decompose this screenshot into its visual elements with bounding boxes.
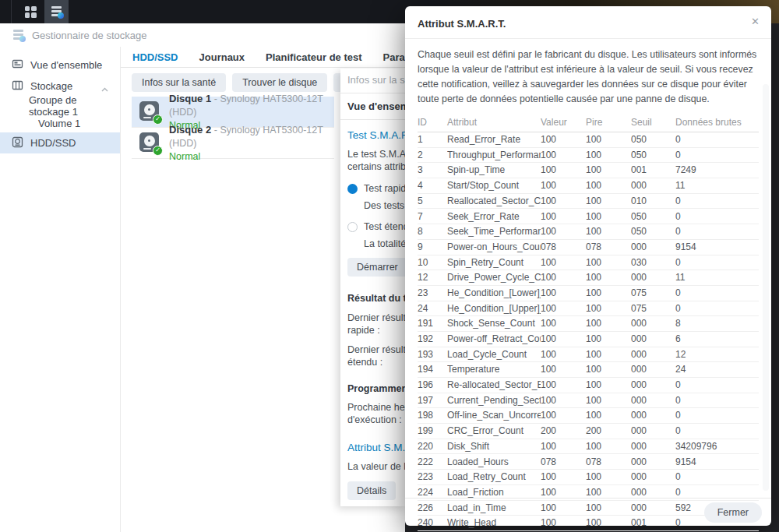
table-cell: 24 bbox=[418, 301, 447, 316]
health-panel-tab-overview[interactable]: Vue d'ensemble bbox=[347, 93, 406, 119]
table-cell: 050 bbox=[631, 148, 675, 163]
table-row[interactable]: 191Shock_Sense_Count1001000008 bbox=[418, 316, 759, 332]
table-cell: 100 bbox=[586, 408, 631, 423]
table-row[interactable]: 3Spin-up_Time1001000017249 bbox=[418, 163, 759, 178]
table-cell: 7 bbox=[418, 209, 447, 224]
table-cell: 078 bbox=[586, 454, 631, 469]
table-cell: 200 bbox=[541, 424, 586, 439]
table-cell: 100 bbox=[586, 209, 631, 224]
close-button[interactable]: Fermer bbox=[704, 502, 762, 523]
table-cell: 000 bbox=[631, 378, 675, 393]
table-row[interactable]: 192Power-off_Retract_Cou...1001000006 bbox=[418, 332, 759, 347]
smart-attribute-text: La valeur de l'att bbox=[347, 460, 406, 473]
smart-test-intro: Le test S.M.A.R.T certains attributs bbox=[347, 148, 406, 173]
table-cell: 0 bbox=[675, 378, 759, 393]
table-row[interactable]: 223Load_Retry_Count1001000000 bbox=[418, 470, 759, 485]
table-cell: 222 bbox=[418, 454, 447, 469]
table-cell: 100 bbox=[586, 347, 631, 362]
table-row[interactable]: 23He_Condition_[Lower]_...1001000750 bbox=[418, 286, 759, 301]
table-cell: 100 bbox=[541, 209, 586, 224]
table-cell: Current_Pending_Sector bbox=[447, 393, 541, 408]
disk-row[interactable]: ✓Disque 2 - Synology HAT5300-12T (HDD)No… bbox=[132, 128, 334, 159]
table-cell: Re-allocated_Sector_E... bbox=[447, 378, 541, 393]
hdd-icon: ✓ bbox=[139, 132, 160, 153]
table-cell: Throughput_Performance bbox=[447, 148, 541, 163]
tab-journaux[interactable]: Journaux bbox=[199, 51, 245, 63]
schedule-heading: Programmer bbox=[347, 383, 406, 394]
table-row[interactable]: 12Drive_Power_Cycle_Co...10010000011 bbox=[418, 270, 759, 286]
table-cell: 0 bbox=[675, 255, 759, 270]
start-test-button[interactable]: Démarrer bbox=[347, 258, 406, 277]
table-row[interactable]: 193Load_Cycle_Count10010000012 bbox=[418, 347, 759, 363]
table-row[interactable]: 7Seek_Error_Rate1001000500 bbox=[418, 209, 759, 224]
locate-disk-button[interactable]: Trouver le disque bbox=[232, 73, 327, 92]
table-cell: Load_Cycle_Count bbox=[447, 347, 541, 362]
column-header: Attribut bbox=[447, 114, 541, 132]
table-row[interactable]: 197Current_Pending_Sector1001000000 bbox=[418, 393, 759, 409]
table-row[interactable]: 198Off-line_Scan_Uncorre...1001000000 bbox=[418, 408, 759, 424]
table-cell: 000 bbox=[631, 270, 675, 285]
table-cell: 9154 bbox=[675, 240, 759, 255]
table-cell: 9 bbox=[418, 240, 447, 255]
close-icon[interactable]: ✕ bbox=[751, 16, 760, 27]
radio-selected-icon[interactable] bbox=[347, 184, 358, 194]
chevron-up-icon[interactable] bbox=[101, 83, 108, 94]
table-row[interactable]: 5Reallocated_Sector_Co...1001000100 bbox=[418, 194, 759, 210]
table-row[interactable]: 196Re-allocated_Sector_E...1001000000 bbox=[418, 378, 759, 393]
table-row[interactable]: 4Start/Stop_Count10010000011 bbox=[418, 178, 759, 194]
table-cell: 100 bbox=[586, 194, 631, 209]
table-cell: 0 bbox=[675, 393, 759, 408]
table-row[interactable]: 24He_Condition_[Upper]_...1001000750 bbox=[418, 301, 759, 317]
table-row[interactable]: 194Temperature10010000024 bbox=[418, 362, 759, 378]
main-menu-button[interactable] bbox=[17, 0, 44, 23]
table-cell: 100 bbox=[541, 378, 586, 393]
table-cell: 050 bbox=[631, 209, 675, 224]
table-cell: 11 bbox=[675, 270, 759, 285]
smart-attribute-table: IDAttributValeurPireSeuilDonnées brutes1… bbox=[418, 114, 759, 531]
table-cell: 000 bbox=[631, 408, 675, 423]
tab-hdd-ssd[interactable]: HDD/SSD bbox=[132, 51, 178, 63]
smart-test-heading: Test S.M.A.R.T. bbox=[347, 129, 406, 141]
sidebar-item-vue-d-ensemble[interactable]: Vue d'ensemble bbox=[0, 55, 120, 76]
table-cell: 7249 bbox=[675, 163, 759, 178]
table-scrollbar[interactable] bbox=[763, 84, 769, 491]
quick-test-option[interactable]: Test rapide bbox=[347, 183, 406, 194]
table-cell: 100 bbox=[541, 439, 586, 454]
extended-test-option[interactable]: Test étendu bbox=[347, 221, 406, 232]
details-button[interactable]: Détails bbox=[347, 481, 396, 500]
storage-icon bbox=[12, 79, 23, 93]
next-run-label: Prochaine heure d'exécution : bbox=[347, 401, 406, 426]
table-row[interactable]: 220Disk_Shift10010000034209796 bbox=[418, 439, 759, 455]
table-cell: 220 bbox=[418, 439, 447, 454]
table-row[interactable]: 10Spin_Retry_Count1001000300 bbox=[418, 255, 759, 271]
sidebar-item-volume-1[interactable]: Volume 1 bbox=[0, 115, 120, 132]
dialog-description: Chaque seuil est défini par le fabricant… bbox=[405, 39, 771, 112]
radio-unselected-icon[interactable] bbox=[347, 222, 358, 232]
table-row[interactable]: 199CRC_Error_Count2002000000 bbox=[418, 424, 759, 439]
table-cell: 3 bbox=[418, 163, 447, 178]
smart-attribute-dialog: Attribut S.M.A.R.T. ✕ Chaque seuil est d… bbox=[405, 6, 771, 526]
overview-icon bbox=[12, 58, 23, 72]
table-cell: 100 bbox=[541, 332, 586, 347]
sidebar-item-groupe-de-stockage-1[interactable]: Groupe de stockage 1 bbox=[0, 97, 120, 115]
table-cell: 000 bbox=[631, 347, 675, 362]
table-row[interactable]: 1Read_Error_Rate1001000500 bbox=[418, 132, 759, 148]
table-row[interactable]: 222Loaded_Hours0780780009154 bbox=[418, 454, 759, 470]
table-cell: 191 bbox=[418, 316, 447, 331]
table-row[interactable]: 9Power-on_Hours_Count0780780009154 bbox=[418, 240, 759, 255]
tab-planificateur-de-test[interactable]: Planificateur de test bbox=[266, 51, 362, 63]
table-row[interactable]: 8Seek_Time_Performance1001000500 bbox=[418, 224, 759, 240]
smart-attribute-heading: Attribut S.M.A.R bbox=[347, 442, 406, 453]
taskbar-storage-manager-button[interactable] bbox=[44, 0, 69, 23]
table-cell: 030 bbox=[631, 255, 675, 270]
table-cell: 010 bbox=[631, 194, 675, 209]
table-cell: 000 bbox=[631, 316, 675, 331]
table-row[interactable]: 2Throughput_Performance1001000500 bbox=[418, 148, 759, 164]
health-info-button[interactable]: Infos sur la santé bbox=[132, 73, 226, 92]
table-cell: 100 bbox=[541, 316, 586, 331]
table-cell: 100 bbox=[541, 194, 586, 209]
table-cell: 8 bbox=[418, 224, 447, 239]
table-cell: 100 bbox=[541, 270, 586, 285]
sidebar-item-hdd-ssd[interactable]: HDD/SSD bbox=[0, 132, 120, 153]
table-cell: 100 bbox=[541, 148, 586, 163]
